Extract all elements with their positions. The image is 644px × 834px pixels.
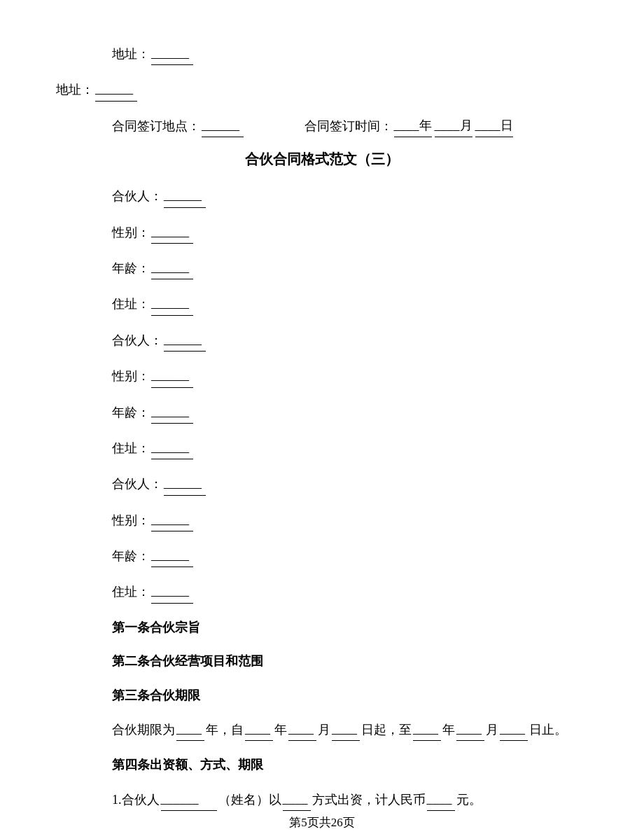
- partner1-address: 住址：______: [56, 292, 588, 315]
- address1-blank: ______: [151, 42, 193, 65]
- page-footer: 第5页共26页: [0, 814, 644, 830]
- address1-label: 地址：: [112, 47, 150, 61]
- clause2-heading: 第二条合伙经营项目和范围: [56, 650, 588, 672]
- sign-time-month-blank: ____月: [435, 114, 472, 137]
- partner2-gender: 性别：______: [56, 364, 588, 387]
- partner3-address: 住址：______: [56, 580, 588, 603]
- partner1-age: 年龄：______: [56, 256, 588, 279]
- sign-time-label: 合同签订时间：: [304, 119, 393, 133]
- clause4-content: 1.合伙人______（姓名）以____方式出资，计人民币____元。: [56, 788, 588, 811]
- address2-label: 地址：: [56, 83, 94, 97]
- address-line-1: 地址：______: [56, 42, 588, 65]
- sign-location-blank: ______: [202, 114, 244, 137]
- partner2-address: 住址：______: [56, 436, 588, 459]
- partner3-name: 合伙人：______: [56, 472, 588, 495]
- main-title: 合伙合同格式范文（三）: [56, 150, 588, 169]
- sign-location-time-line: 合同签订地点：______ 合同签订时间：____年____月____日: [56, 114, 588, 137]
- partner3-gender: 性别：______: [56, 508, 588, 531]
- page-container: 地址：______ 地址：______ 合同签订地点：______ 合同签订时间…: [0, 0, 644, 834]
- address2-blank: ______: [95, 78, 137, 101]
- partner2-age: 年龄：______: [56, 401, 588, 424]
- sign-location-label: 合同签订地点：: [112, 119, 200, 133]
- clause1-heading: 第一条合伙宗旨: [56, 616, 588, 639]
- partner3-age: 年龄：______: [56, 544, 588, 567]
- clause3-content: 合伙期限为____年，自____年____月____日起，至____年____月…: [56, 718, 588, 741]
- sign-time-year-blank: ____年: [394, 114, 432, 137]
- clause4-heading: 第四条出资额、方式、期限: [56, 753, 588, 776]
- partner1-gender: 性别：______: [56, 221, 588, 244]
- sign-time-day-blank: ____日: [475, 114, 513, 137]
- clause3-heading: 第三条合伙期限: [56, 684, 588, 707]
- partner2-name: 合伙人：______: [56, 328, 588, 352]
- partner1-name: 合伙人：______: [56, 184, 588, 207]
- address-line-2: 地址：______: [56, 78, 588, 101]
